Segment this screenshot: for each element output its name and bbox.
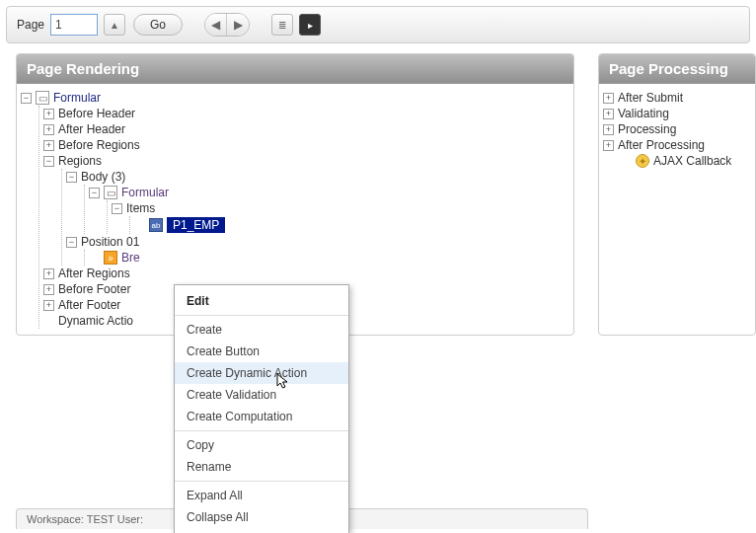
tree-after-submit[interactable]: After Submit	[618, 91, 683, 105]
tree-root[interactable]: Formular	[53, 91, 101, 105]
toggle-icon[interactable]	[603, 93, 614, 104]
toggle-icon[interactable]	[43, 140, 54, 151]
ctx-create-dynamic-action[interactable]: Create Dynamic Action	[175, 362, 348, 384]
ctx-create-button[interactable]: Create Button	[175, 341, 348, 362]
breadcrumb-icon: »	[104, 251, 117, 265]
gear-icon: ✦	[636, 154, 649, 168]
page-processing-panel: Page Processing After Submit Validating …	[598, 53, 756, 336]
page-rendering-title: Page Rendering	[17, 54, 573, 84]
next-page-button[interactable]: ▶	[227, 14, 249, 36]
ctx-expand-all[interactable]: Expand All	[175, 485, 348, 506]
toggle-icon[interactable]	[66, 172, 77, 183]
tree-validating[interactable]: Validating	[618, 107, 669, 120]
processing-tree: After Submit Validating Processing After…	[599, 84, 755, 175]
status-text: Workspace: TEST User:	[27, 513, 143, 525]
toolbar: Page ▲ Go ◀ ▶ ≣ ▸	[6, 6, 750, 43]
toggle-icon[interactable]	[89, 188, 100, 198]
toggle-icon[interactable]	[603, 140, 614, 151]
page-input[interactable]	[50, 14, 98, 36]
item-icon: ab	[149, 218, 163, 232]
tree-ajax-callback[interactable]: AJAX Callback	[653, 154, 731, 168]
context-menu: Edit Create Create Button Create Dynamic…	[174, 284, 349, 533]
ctx-copy[interactable]: Copy	[175, 434, 348, 456]
tree-dynamic-actions[interactable]: Dynamic Actio	[58, 314, 133, 328]
action-button[interactable]: ▸	[299, 14, 321, 36]
tree-processing[interactable]: Processing	[618, 122, 676, 136]
page-picker-button[interactable]: ▲	[104, 14, 125, 36]
nav-pair: ◀ ▶	[204, 13, 250, 37]
tree-position01[interactable]: Position 01	[81, 235, 139, 249]
toggle-icon[interactable]	[43, 156, 54, 167]
toggle-icon[interactable]	[603, 109, 614, 119]
toggle-icon[interactable]	[43, 109, 54, 119]
ctx-create[interactable]: Create	[175, 319, 348, 341]
ctx-rename[interactable]: Rename	[175, 456, 348, 478]
tree-region-formular[interactable]: Formular	[121, 186, 169, 199]
ctx-collapse-all[interactable]: Collapse All	[175, 506, 348, 528]
go-button[interactable]: Go	[133, 14, 183, 36]
toggle-icon[interactable]	[43, 124, 54, 135]
toggle-icon[interactable]	[43, 268, 54, 279]
page-icon: ▭	[36, 91, 49, 105]
tree-before-regions[interactable]: Before Regions	[58, 138, 140, 152]
tree-after-header[interactable]: After Header	[58, 122, 125, 136]
tree-after-processing[interactable]: After Processing	[618, 138, 705, 152]
tree-after-regions[interactable]: After Regions	[58, 266, 130, 280]
toggle-icon[interactable]	[43, 300, 54, 311]
tree-before-header[interactable]: Before Header	[58, 107, 135, 120]
tree-items[interactable]: Items	[126, 201, 155, 215]
tree-before-footer[interactable]: Before Footer	[58, 282, 130, 296]
ctx-create-validation[interactable]: Create Validation	[175, 384, 348, 406]
ctx-create-computation[interactable]: Create Computation	[175, 406, 348, 427]
toggle-icon[interactable]	[112, 203, 122, 214]
page-label: Page	[17, 18, 44, 32]
list-view-button[interactable]: ≣	[271, 14, 293, 36]
page-processing-title: Page Processing	[599, 54, 755, 84]
tree-item-p1emp[interactable]: P1_EMP	[167, 217, 225, 233]
tree-breadcrumb[interactable]: Bre	[121, 251, 140, 265]
ctx-edit[interactable]: Edit	[175, 290, 348, 312]
toggle-icon[interactable]	[21, 93, 32, 104]
tree-body[interactable]: Body (3)	[81, 170, 125, 184]
prev-page-button[interactable]: ◀	[205, 14, 227, 36]
toggle-icon[interactable]	[603, 124, 614, 135]
tree-after-footer[interactable]: After Footer	[58, 298, 120, 312]
toggle-icon[interactable]	[66, 237, 77, 248]
toggle-icon[interactable]	[43, 284, 54, 295]
region-icon: ▭	[104, 186, 117, 199]
tree-regions[interactable]: Regions	[58, 154, 102, 168]
